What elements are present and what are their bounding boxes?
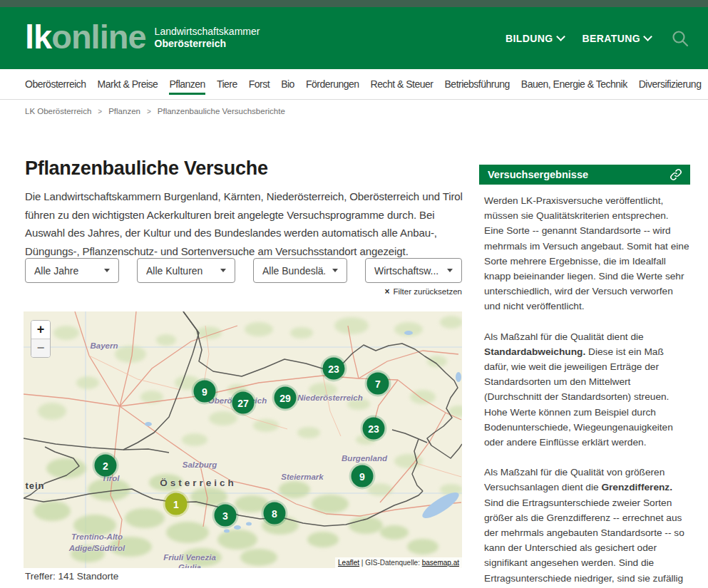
top-stripe bbox=[0, 0, 708, 7]
map-label-tein: tein bbox=[25, 480, 44, 491]
map-cluster-marker-2[interactable]: 2 bbox=[95, 455, 117, 477]
zoom-in-button[interactable]: + bbox=[31, 321, 50, 339]
menu-bildung-label: BILDUNG bbox=[506, 33, 553, 44]
filter-select-value: Alle Bundeslä... bbox=[262, 265, 325, 277]
map-cluster-marker-27[interactable]: 27 bbox=[232, 392, 255, 414]
sidebar-text: Werden LK-Praxisversuche veröffentlicht,… bbox=[484, 195, 689, 311]
nav-item-tiere[interactable]: Tiere bbox=[217, 78, 237, 98]
sidebar-body: Werden LK-Praxisversuche veröffentlicht,… bbox=[479, 185, 690, 588]
breadcrumb-item-pflanzen[interactable]: Pflanzen bbox=[108, 107, 140, 115]
nav-item-förderungen[interactable]: Förderungen bbox=[306, 78, 359, 98]
leaflet-map[interactable]: + − BayernOberösterreichNiederösterreich… bbox=[24, 311, 462, 568]
filter-select-alle-kulturen[interactable]: Alle Kulturen bbox=[137, 258, 235, 283]
map-label-burgenland: Burgenland bbox=[342, 454, 387, 463]
filter-select-value: Alle Kulturen bbox=[146, 265, 202, 277]
permalink-button[interactable] bbox=[669, 167, 683, 182]
logo[interactable]: lkonline Landwirtschaftskammer Oberöster… bbox=[25, 20, 260, 53]
filter-select-value: Wirtschaftsw... bbox=[374, 265, 438, 277]
map-label-salzburg: Salzburg bbox=[183, 460, 217, 469]
sidebar-text: Diese ist ein Maß dafür, wie weit die je… bbox=[484, 346, 673, 448]
nav-item-bauen-energie-technik[interactable]: Bauen, Energie & Technik bbox=[521, 78, 627, 98]
map-cluster-marker-29[interactable]: 29 bbox=[275, 387, 297, 409]
logo-lk: lk bbox=[25, 20, 51, 53]
nav-item-forst[interactable]: Forst bbox=[249, 78, 270, 98]
breadcrumb-item-pflanzenbauliche-versuchsberichte: Pflanzenbauliche Versuchsberichte bbox=[158, 107, 285, 115]
tagline-line1: Landwirtschaftskammer bbox=[155, 26, 260, 38]
map-tiles bbox=[24, 311, 462, 568]
map-cluster-marker-9[interactable]: 9 bbox=[194, 381, 216, 403]
breadcrumb-separator: > bbox=[147, 108, 151, 115]
page-title: Pflanzenbauliche Versuche bbox=[25, 158, 268, 180]
map-attribution: Leaflet | GIS-Datenquelle: basemap.at bbox=[335, 557, 462, 568]
caret-down-icon bbox=[447, 269, 453, 272]
nav-item-diversifizierung[interactable]: Diversifizierung bbox=[639, 78, 702, 98]
filter-select-value: Alle Jahre bbox=[34, 265, 78, 277]
menu-beratung[interactable]: BERATUNG bbox=[583, 33, 652, 44]
map-label-friuli-venezia: Friuli Venezia bbox=[163, 553, 216, 562]
sidebar-paragraph-2: Als Maßzahl für die Qualität dient die S… bbox=[484, 329, 690, 450]
logo-online: online bbox=[51, 20, 145, 53]
menu-bildung[interactable]: BILDUNG bbox=[506, 33, 564, 44]
site-header: lkonline Landwirtschaftskammer Oberöster… bbox=[0, 7, 708, 69]
attribution-separator: | bbox=[359, 559, 365, 567]
sidebar-term-bold: Standardabweichung. bbox=[484, 346, 585, 357]
map-label-trentino-alto: Trentino-Alto bbox=[71, 532, 123, 541]
nav-item-pflanzen[interactable]: Pflanzen bbox=[169, 78, 205, 98]
chevron-down-icon bbox=[643, 32, 652, 41]
map-label-bayern: Bayern bbox=[91, 341, 118, 350]
filter-row: Alle JahreAlle KulturenAlle Bundeslä...W… bbox=[25, 258, 462, 283]
breadcrumb: LK Oberösterreich>Pflanzen>Pflanzenbauli… bbox=[25, 107, 285, 115]
map-label-giulia: Giulia bbox=[178, 563, 201, 568]
map-cluster-marker-9[interactable]: 9 bbox=[352, 465, 374, 488]
filter-select-alle-jahre[interactable]: Alle Jahre bbox=[25, 258, 119, 283]
reset-filters-button[interactable]: ×Filter zurücksetzen bbox=[25, 287, 462, 296]
breadcrumb-item-lk-oberösterreich[interactable]: LK Oberösterreich bbox=[25, 107, 91, 115]
map-zoom-control: + − bbox=[31, 320, 51, 358]
sidebar-versuchsergebnisse: Versuchsergebnisse Werden LK-Praxisversu… bbox=[479, 165, 690, 588]
filter-select-wirtschaftsw[interactable]: Wirtschaftsw... bbox=[365, 258, 462, 283]
intro-text: Die Landwirtschaftskammern Burgenland, K… bbox=[25, 187, 468, 260]
map-cluster-marker-8[interactable]: 8 bbox=[264, 502, 286, 525]
sidebar-title: Versuchsergebnisse bbox=[488, 169, 588, 180]
nav-item-recht-steuer[interactable]: Recht & Steuer bbox=[371, 78, 433, 98]
map-cluster-marker-7[interactable]: 7 bbox=[367, 373, 389, 395]
map-cluster-marker-23[interactable]: 23 bbox=[363, 418, 385, 440]
zoom-out-button[interactable]: − bbox=[31, 339, 50, 357]
caret-down-icon bbox=[220, 269, 226, 272]
map-label-österreich: Österreich bbox=[160, 478, 237, 488]
map-cluster-marker-23[interactable]: 23 bbox=[323, 358, 345, 380]
close-icon: × bbox=[384, 287, 389, 296]
nav-item-oberösterreich[interactable]: Oberösterreich bbox=[25, 78, 86, 98]
search-button[interactable] bbox=[669, 28, 691, 49]
map-label-steiermark: Steiermark bbox=[281, 473, 323, 481]
caret-down-icon bbox=[104, 269, 110, 272]
menu-beratung-label: BERATUNG bbox=[583, 33, 641, 44]
leaflet-link[interactable]: Leaflet bbox=[338, 559, 359, 567]
map-cluster-marker-3[interactable]: 3 bbox=[215, 505, 237, 527]
reset-filters-label: Filter zurücksetzen bbox=[393, 287, 462, 296]
basemap-link[interactable]: basemap.at bbox=[422, 559, 459, 567]
chevron-down-icon bbox=[556, 32, 565, 41]
sidebar-text: Sind die Ertragsunterschiede zweier Sort… bbox=[484, 497, 684, 588]
main-nav: OberösterreichMarkt & PreisePflanzenTier… bbox=[0, 69, 708, 100]
nav-item-markt-preise[interactable]: Markt & Preise bbox=[98, 78, 158, 98]
breadcrumb-separator: > bbox=[98, 108, 102, 115]
link-icon bbox=[669, 167, 683, 182]
results-count: Treffer: 141 Standorte bbox=[25, 571, 118, 582]
search-icon bbox=[671, 29, 689, 48]
tagline-line2: Oberösterreich bbox=[155, 38, 260, 50]
sidebar-header: Versuchsergebnisse bbox=[479, 165, 690, 185]
map-cluster-marker-1[interactable]: 1 bbox=[165, 493, 188, 515]
filter-select-alle-bundeslä[interactable]: Alle Bundeslä... bbox=[253, 258, 347, 283]
logo-tagline: Landwirtschaftskammer Oberösterreich bbox=[155, 26, 260, 50]
nav-item-bio[interactable]: Bio bbox=[281, 78, 294, 98]
attribution-source-label: GIS-Datenquelle: bbox=[365, 559, 422, 567]
sidebar-paragraph-3: Als Maßzahl für die Qualität von größere… bbox=[484, 465, 690, 588]
sidebar-paragraph-1: Werden LK-Praxisversuche veröffentlicht,… bbox=[484, 193, 690, 314]
caret-down-icon bbox=[332, 269, 338, 272]
map-label-niederösterreich: Niederösterreich bbox=[297, 393, 362, 402]
nav-item-betriebsführung[interactable]: Betriebsführung bbox=[445, 78, 510, 98]
map-label-adige-südtirol: Adige/Südtirol bbox=[69, 544, 125, 552]
sidebar-term-bold: Grenzdifferenz. bbox=[601, 482, 672, 492]
sidebar-text: Als Maßzahl für die Qualität dient die bbox=[484, 331, 644, 342]
